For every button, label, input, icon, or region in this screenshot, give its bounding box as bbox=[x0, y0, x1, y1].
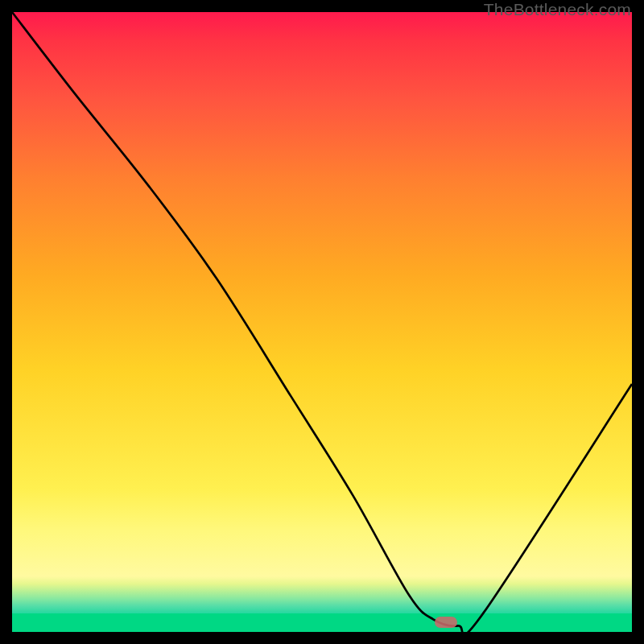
chart-stage: { "watermark": "TheBottleneck.com", "col… bbox=[0, 0, 644, 644]
optimum-marker bbox=[435, 617, 457, 628]
plot-area bbox=[12, 12, 632, 632]
curve-path bbox=[12, 12, 632, 635]
watermark-text: TheBottleneck.com bbox=[484, 0, 631, 19]
bottleneck-curve bbox=[12, 12, 632, 632]
